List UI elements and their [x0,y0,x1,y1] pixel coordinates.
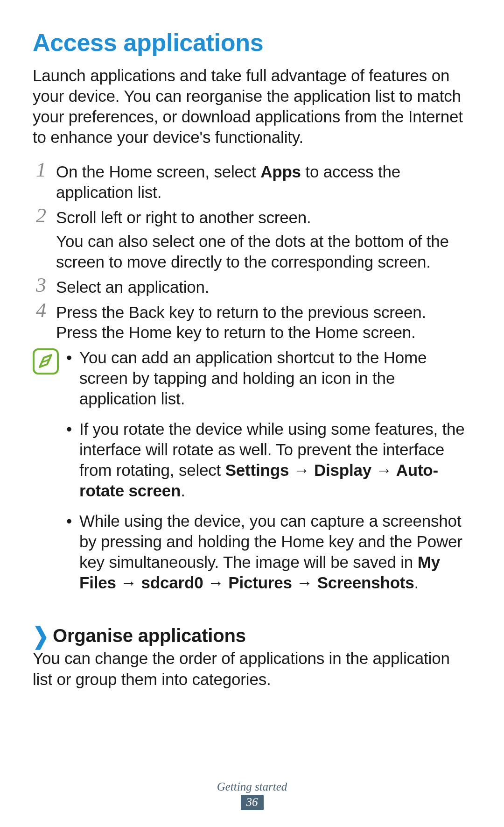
manual-page: Access applications Launch applications … [0,0,504,827]
note-item-1: • You can add an application shortcut to… [66,347,471,409]
note-item-3: • While using the device, you can captur… [66,511,471,593]
note-block: • You can add an application shortcut to… [33,347,471,603]
sub-heading: ❯ Organise applications [33,625,471,646]
footer-section-label: Getting started [0,780,504,793]
page-title: Access applications [33,29,471,57]
step-number: 1 [33,160,49,180]
bullet-icon: • [66,347,75,368]
note-text: While using the device, you can capture … [79,511,471,593]
page-footer: Getting started 36 [0,780,504,810]
note-3-text-a: While using the device, you can capture … [79,512,462,571]
step-2-line2: You can also select one of the dots at t… [56,231,471,272]
note-icon [33,348,59,603]
step-number: 3 [33,275,49,296]
bullet-icon: • [66,511,75,531]
step-2: 2 Scroll left or right to another screen… [33,207,471,272]
step-number: 4 [33,300,49,321]
step-text: Select an application. [56,277,209,297]
note-item-2: • If you rotate the device while using s… [66,419,471,501]
intro-text: Launch applications and take full advant… [33,65,471,148]
step-text: On the Home screen, select Apps to acces… [56,162,471,203]
note-3-text-b: . [414,573,419,592]
page-number-badge: 36 [241,795,264,810]
step-text: Scroll left or right to another screen. … [56,207,471,272]
step-number: 2 [33,205,49,226]
note-list: • You can add an application shortcut to… [66,347,471,603]
note-2-text-b: . [181,481,185,500]
step-1-bold: Apps [260,163,301,181]
chevron-right-icon: ❯ [33,624,49,648]
step-2-line1: Scroll left or right to another screen. [56,208,311,226]
bullet-icon: • [66,419,75,439]
step-list: 1 On the Home screen, select Apps to acc… [33,162,471,343]
step-1: 1 On the Home screen, select Apps to acc… [33,162,471,203]
sub-intro-text: You can change the order of applications… [33,648,471,689]
note-text: You can add an application shortcut to t… [79,347,471,409]
step-text: Press the Back key to return to the prev… [56,302,471,343]
step-3: 3 Select an application. [33,277,471,297]
sub-heading-title: Organise applications [53,625,246,646]
step-1-text-a: On the Home screen, select [56,163,260,181]
step-4: 4 Press the Back key to return to the pr… [33,302,471,343]
note-text: If you rotate the device while using som… [79,419,471,501]
